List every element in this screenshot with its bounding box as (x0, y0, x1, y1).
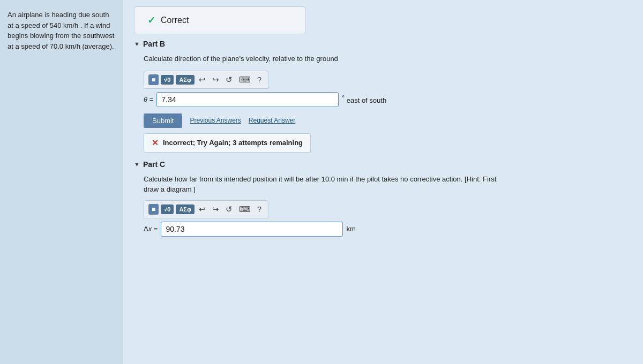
part-b-incorrect-text: Incorrect; Try Again; 3 attempts remaini… (163, 139, 303, 147)
part-b-prev-answers-link[interactable]: Previous Answers (190, 117, 241, 124)
part-b-section: ▼ Part B Calculate direction of the plan… (134, 40, 632, 153)
part-b-incorrect-banner: ✕ Incorrect; Try Again; 3 attempts remai… (144, 133, 311, 153)
x-icon: ✕ (152, 138, 159, 148)
problem-text: An airplane is heading due south at a sp… (8, 10, 115, 51)
part-b-input-row: θ = ° east of south (144, 92, 632, 107)
part-c-delta-label: Δx = (144, 225, 158, 233)
check-icon: ✓ (147, 14, 155, 26)
part-b-question: Calculate direction of the plane's veloc… (144, 54, 632, 64)
part-b-black-square-btn[interactable]: ■ (148, 74, 159, 85)
part-c-toolbar: ■ √0 ΑΣφ ↩ ↪ ↺ ⌨ ? (144, 200, 268, 218)
part-b-triangle: ▼ (134, 41, 140, 47)
part-b-keyboard-icon[interactable]: ⌨ (237, 74, 253, 86)
part-c-triangle: ▼ (134, 161, 140, 168)
part-b-toolbar: ■ √0 ΑΣφ ↩ ↪ ↺ ⌨ ? (144, 71, 268, 89)
correct-banner: ✓ Correct (134, 6, 305, 34)
part-b-content: Calculate direction of the plane's veloc… (144, 54, 632, 153)
part-b-request-answer-link[interactable]: Request Answer (249, 117, 295, 124)
part-c-keyboard-icon[interactable]: ⌨ (237, 203, 253, 215)
part-b-undo-icon[interactable]: ↩ (197, 74, 208, 86)
part-c-redo-icon[interactable]: ↪ (210, 203, 221, 215)
part-b-refresh-icon[interactable]: ↺ (223, 74, 235, 86)
part-b-help-icon[interactable]: ? (255, 74, 264, 85)
part-c-math-btn[interactable]: √0 (161, 204, 174, 214)
part-c-refresh-icon[interactable]: ↺ (223, 203, 235, 215)
part-b-submit-row: Submit Previous Answers Request Answer (144, 113, 632, 128)
part-b-redo-icon[interactable]: ↪ (210, 74, 221, 86)
part-c-section: ▼ Part C Calculate how far from its inte… (134, 160, 632, 237)
part-b-submit-button[interactable]: Submit (144, 113, 182, 128)
main-panel: ✓ Correct ▼ Part B Calculate direction o… (123, 0, 643, 364)
part-c-answer-input[interactable] (161, 222, 343, 237)
part-b-math-btn[interactable]: √0 (161, 75, 174, 85)
part-c-label: Part C (143, 160, 165, 169)
part-c-undo-icon[interactable]: ↩ (197, 203, 208, 215)
part-c-input-row: Δx = km (144, 222, 632, 237)
part-b-header[interactable]: ▼ Part B (134, 40, 632, 48)
part-b-answer-input[interactable] (156, 92, 339, 107)
part-c-header[interactable]: ▼ Part C (134, 160, 632, 169)
part-b-label: Part B (143, 40, 165, 48)
part-c-content: Calculate how far from its intended posi… (144, 174, 632, 237)
part-c-greek-btn[interactable]: ΑΣφ (176, 204, 194, 214)
part-b-greek-btn[interactable]: ΑΣφ (176, 75, 194, 85)
part-b-unit: ° east of south (342, 94, 386, 104)
left-panel: An airplane is heading due south at a sp… (0, 0, 123, 364)
part-c-question: Calculate how far from its intended posi… (144, 174, 508, 195)
part-b-theta-label: θ = (144, 95, 153, 103)
correct-label: Correct (161, 16, 189, 25)
part-c-black-square-btn[interactable]: ■ (148, 204, 159, 215)
part-c-help-icon[interactable]: ? (255, 203, 264, 215)
part-c-unit: km (346, 225, 355, 233)
